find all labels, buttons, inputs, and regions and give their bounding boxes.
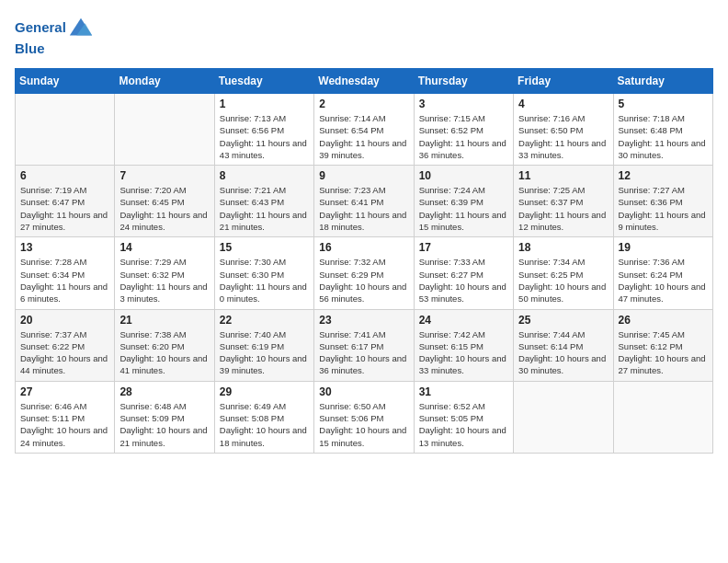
calendar-cell: 18Sunrise: 7:34 AM Sunset: 6:25 PM Dayli… (514, 237, 613, 309)
calendar-cell: 6Sunrise: 7:19 AM Sunset: 6:47 PM Daylig… (16, 166, 115, 237)
calendar-cell: 7Sunrise: 7:20 AM Sunset: 6:45 PM Daylig… (115, 166, 214, 237)
day-number: 30 (319, 385, 408, 398)
day-number: 9 (319, 169, 408, 182)
day-number: 15 (220, 241, 309, 254)
calendar-cell: 16Sunrise: 7:32 AM Sunset: 6:29 PM Dayli… (314, 237, 414, 309)
day-info: Sunrise: 7:32 AM Sunset: 6:29 PM Dayligh… (319, 256, 408, 304)
calendar-cell: 29Sunrise: 6:49 AM Sunset: 5:08 PM Dayli… (214, 381, 313, 453)
calendar-cell: 1Sunrise: 7:13 AM Sunset: 6:56 PM Daylig… (214, 94, 313, 166)
calendar-cell: 3Sunrise: 7:15 AM Sunset: 6:52 PM Daylig… (414, 94, 513, 166)
logo-icon (68, 15, 94, 40)
day-info: Sunrise: 7:24 AM Sunset: 6:39 PM Dayligh… (419, 184, 508, 233)
column-header-thursday: Thursday (414, 69, 513, 94)
day-info: Sunrise: 6:52 AM Sunset: 5:05 PM Dayligh… (419, 400, 508, 449)
day-info: Sunrise: 7:41 AM Sunset: 6:17 PM Dayligh… (319, 328, 408, 377)
day-info: Sunrise: 6:48 AM Sunset: 5:09 PM Dayligh… (119, 400, 209, 449)
calendar-cell: 4Sunrise: 7:16 AM Sunset: 6:50 PM Daylig… (514, 94, 613, 166)
day-info: Sunrise: 7:18 AM Sunset: 6:48 PM Dayligh… (619, 112, 708, 161)
day-number: 14 (119, 241, 209, 254)
day-info: Sunrise: 6:50 AM Sunset: 5:06 PM Dayligh… (319, 400, 408, 449)
day-number: 13 (20, 241, 109, 254)
day-number: 26 (619, 314, 708, 327)
logo: General Blue (15, 15, 94, 57)
day-info: Sunrise: 6:46 AM Sunset: 5:11 PM Dayligh… (20, 400, 109, 449)
column-header-wednesday: Wednesday (314, 69, 414, 94)
day-info: Sunrise: 7:30 AM Sunset: 6:30 PM Dayligh… (220, 256, 309, 304)
day-number: 24 (419, 314, 508, 327)
calendar-cell: 15Sunrise: 7:30 AM Sunset: 6:30 PM Dayli… (214, 237, 313, 309)
day-number: 10 (419, 169, 508, 182)
day-info: Sunrise: 7:42 AM Sunset: 6:15 PM Dayligh… (419, 328, 508, 377)
day-number: 5 (619, 98, 708, 110)
column-header-friday: Friday (514, 69, 613, 94)
calendar-week-row: 13Sunrise: 7:28 AM Sunset: 6:34 PM Dayli… (16, 237, 713, 309)
calendar-cell: 30Sunrise: 6:50 AM Sunset: 5:06 PM Dayli… (314, 381, 414, 453)
day-info: Sunrise: 7:45 AM Sunset: 6:12 PM Dayligh… (619, 328, 708, 377)
day-number: 1 (220, 98, 309, 110)
day-info: Sunrise: 7:14 AM Sunset: 6:54 PM Dayligh… (319, 112, 408, 161)
calendar-week-row: 20Sunrise: 7:37 AM Sunset: 6:22 PM Dayli… (16, 309, 713, 381)
day-info: Sunrise: 7:40 AM Sunset: 6:19 PM Dayligh… (220, 328, 309, 377)
day-number: 31 (419, 385, 508, 398)
day-number: 17 (419, 241, 508, 254)
day-info: Sunrise: 7:15 AM Sunset: 6:52 PM Dayligh… (419, 112, 508, 161)
day-info: Sunrise: 7:19 AM Sunset: 6:47 PM Dayligh… (20, 184, 109, 233)
column-header-tuesday: Tuesday (214, 69, 313, 94)
calendar-cell: 24Sunrise: 7:42 AM Sunset: 6:15 PM Dayli… (414, 309, 513, 381)
calendar-cell: 12Sunrise: 7:27 AM Sunset: 6:36 PM Dayli… (613, 166, 712, 237)
day-number: 22 (220, 314, 309, 327)
calendar-cell: 9Sunrise: 7:23 AM Sunset: 6:41 PM Daylig… (314, 166, 414, 237)
day-number: 7 (119, 169, 209, 182)
day-info: Sunrise: 7:33 AM Sunset: 6:27 PM Dayligh… (419, 256, 508, 304)
day-info: Sunrise: 7:36 AM Sunset: 6:24 PM Dayligh… (619, 256, 708, 304)
day-number: 28 (119, 385, 209, 398)
day-number: 11 (518, 169, 608, 182)
calendar-header-row: SundayMondayTuesdayWednesdayThursdayFrid… (16, 69, 713, 94)
day-number: 21 (119, 314, 209, 327)
calendar-cell: 21Sunrise: 7:38 AM Sunset: 6:20 PM Dayli… (115, 309, 214, 381)
day-info: Sunrise: 6:49 AM Sunset: 5:08 PM Dayligh… (220, 400, 309, 449)
day-info: Sunrise: 7:27 AM Sunset: 6:36 PM Dayligh… (619, 184, 708, 233)
day-info: Sunrise: 7:38 AM Sunset: 6:20 PM Dayligh… (119, 328, 209, 377)
day-number: 18 (518, 241, 608, 254)
calendar-cell: 22Sunrise: 7:40 AM Sunset: 6:19 PM Dayli… (214, 309, 313, 381)
calendar-week-row: 27Sunrise: 6:46 AM Sunset: 5:11 PM Dayli… (16, 381, 713, 453)
calendar-week-row: 1Sunrise: 7:13 AM Sunset: 6:56 PM Daylig… (16, 94, 713, 166)
page-header: General Blue (15, 15, 713, 57)
calendar-cell (16, 94, 115, 166)
calendar-cell: 19Sunrise: 7:36 AM Sunset: 6:24 PM Dayli… (613, 237, 712, 309)
day-number: 3 (419, 98, 508, 110)
calendar-cell: 5Sunrise: 7:18 AM Sunset: 6:48 PM Daylig… (613, 94, 712, 166)
calendar-cell: 31Sunrise: 6:52 AM Sunset: 5:05 PM Dayli… (414, 381, 513, 453)
calendar-cell: 14Sunrise: 7:29 AM Sunset: 6:32 PM Dayli… (115, 237, 214, 309)
calendar-cell: 13Sunrise: 7:28 AM Sunset: 6:34 PM Dayli… (16, 237, 115, 309)
day-number: 23 (319, 314, 408, 327)
day-info: Sunrise: 7:23 AM Sunset: 6:41 PM Dayligh… (319, 184, 408, 233)
day-info: Sunrise: 7:44 AM Sunset: 6:14 PM Dayligh… (518, 328, 608, 377)
column-header-monday: Monday (115, 69, 214, 94)
calendar-cell: 17Sunrise: 7:33 AM Sunset: 6:27 PM Dayli… (414, 237, 513, 309)
day-number: 12 (619, 169, 708, 182)
day-info: Sunrise: 7:13 AM Sunset: 6:56 PM Dayligh… (220, 112, 309, 161)
day-info: Sunrise: 7:34 AM Sunset: 6:25 PM Dayligh… (518, 256, 608, 304)
day-number: 4 (518, 98, 608, 110)
calendar-cell (115, 94, 214, 166)
day-info: Sunrise: 7:25 AM Sunset: 6:37 PM Dayligh… (518, 184, 608, 233)
calendar-cell: 8Sunrise: 7:21 AM Sunset: 6:43 PM Daylig… (214, 166, 313, 237)
day-number: 27 (20, 385, 109, 398)
day-number: 8 (220, 169, 309, 182)
day-number: 29 (220, 385, 309, 398)
column-header-sunday: Sunday (16, 69, 115, 94)
logo-text: General (15, 19, 66, 36)
day-info: Sunrise: 7:37 AM Sunset: 6:22 PM Dayligh… (20, 328, 109, 377)
day-number: 25 (518, 314, 608, 327)
calendar-cell: 25Sunrise: 7:44 AM Sunset: 6:14 PM Dayli… (514, 309, 613, 381)
day-info: Sunrise: 7:29 AM Sunset: 6:32 PM Dayligh… (119, 256, 209, 304)
day-number: 6 (20, 169, 109, 182)
calendar-week-row: 6Sunrise: 7:19 AM Sunset: 6:47 PM Daylig… (16, 166, 713, 237)
day-number: 19 (619, 241, 708, 254)
day-info: Sunrise: 7:20 AM Sunset: 6:45 PM Dayligh… (119, 184, 209, 233)
calendar-table: SundayMondayTuesdayWednesdayThursdayFrid… (15, 68, 713, 454)
day-number: 16 (319, 241, 408, 254)
logo-blue: Blue (15, 40, 94, 57)
